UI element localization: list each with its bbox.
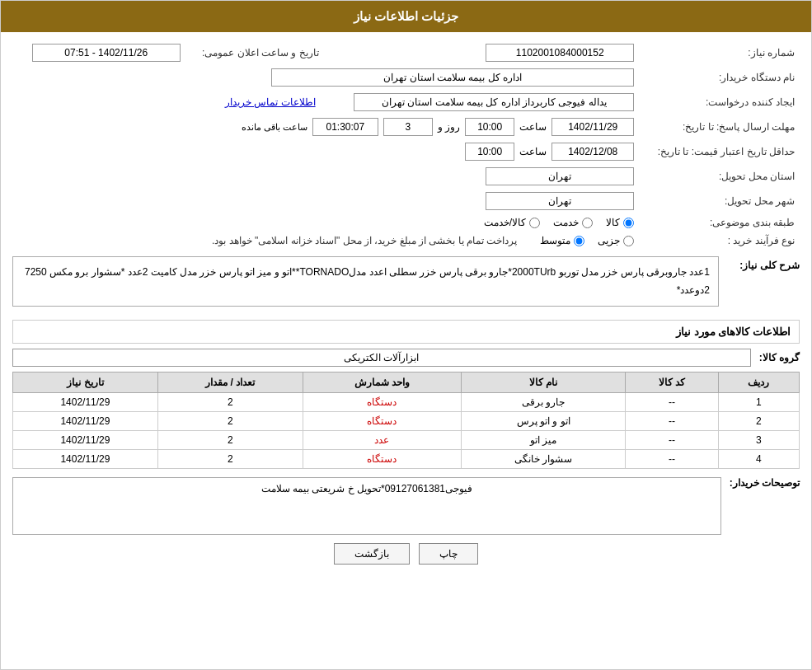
mohlat-rooz: 3 bbox=[383, 118, 433, 136]
tabaghe-kalakhedmat-radio[interactable] bbox=[529, 218, 540, 228]
noefarayand-motavasset-radio[interactable] bbox=[574, 236, 584, 246]
ijadKonande-label: ایجاد کننده درخواست: bbox=[639, 90, 800, 115]
page-title: جزئیات اطلاعات نیاز bbox=[1, 1, 811, 32]
tabaghe-kalakhedmat-label: کالا/خدمت bbox=[484, 217, 526, 228]
ostan-value: تهران bbox=[486, 167, 634, 185]
hadaghal-label: حداقل تاریخ اعتبار قیمت: تا تاریخ: bbox=[639, 139, 800, 164]
tosaif-value: فیوجی09127061381*تحویل خ شریعتی بیمه سلا… bbox=[12, 477, 721, 535]
namDastgah-label: نام دستگاه خریدار: bbox=[639, 65, 800, 90]
kalaha-section-title: اطلاعات کالاهای مورد نیاز bbox=[12, 320, 800, 344]
chap-button[interactable]: چاپ bbox=[419, 543, 478, 565]
tabaghe-kalakhedmat-option[interactable]: کالا/خدمت bbox=[484, 217, 540, 228]
mohlat-time-label: ساعت bbox=[519, 121, 547, 133]
namDastgah-value: اداره کل بیمه سلامت استان تهران bbox=[271, 68, 634, 87]
buttons-row: چاپ بازگشت bbox=[12, 543, 800, 565]
table-row: 2--اتو و اتو پرسدستگاه21402/11/29 bbox=[13, 412, 800, 431]
noefarayand-jozii-option[interactable]: جزیی bbox=[598, 235, 634, 246]
sharh-text: 1عدد جاروبرقی پارس خزر مدل توربو 2000TUr… bbox=[12, 256, 719, 307]
hadaghal-time-label: ساعت bbox=[519, 146, 547, 157]
noefarayand-jozii-radio[interactable] bbox=[623, 236, 634, 246]
tabaghe-khedmat-radio[interactable] bbox=[582, 218, 593, 228]
tosaif-label: توصیحات خریدار: bbox=[730, 477, 800, 489]
tabaghe-kala-radio[interactable] bbox=[623, 218, 634, 228]
mohlat-remaining: 01:30:07 bbox=[312, 118, 378, 136]
shomareNiaz-value: 1102001084000152 bbox=[486, 44, 634, 62]
sharh-label: شرح کلی نیاز: bbox=[725, 256, 800, 271]
table-row: 1--جارو برقیدستگاه21402/11/29 bbox=[13, 393, 800, 412]
mohlat-rooz-label: روز و bbox=[438, 121, 460, 133]
ostan-label: استان محل تحویل: bbox=[639, 164, 800, 189]
noefarayand-jozii-label: جزیی bbox=[598, 235, 620, 246]
col-tarikh: تاریخ نیاز bbox=[13, 372, 158, 393]
mohlat-label: مهلت ارسال پاسخ: تا تاریخ: bbox=[639, 115, 800, 139]
noefarayand-label: نوع فرآیند خرید : bbox=[639, 232, 800, 250]
tarikh-elan-label: تاریخ و ساعت اعلان عمومی: bbox=[185, 40, 324, 65]
hadaghal-time: 10:00 bbox=[465, 143, 514, 161]
shomareNiaz-label: شماره نیاز: bbox=[639, 40, 800, 65]
tabaghe-label: طبقه بندی موضوعی: bbox=[639, 213, 800, 232]
tarikh-elan-value: 1402/11/26 - 07:51 bbox=[32, 44, 181, 62]
kalaha-group-value: ابزارآلات الکتریکی bbox=[12, 349, 751, 367]
mohlat-date: 1402/11/29 bbox=[552, 118, 634, 136]
hadaghal-date: 1402/12/08 bbox=[552, 143, 634, 161]
noefarayand-note: پرداخت تمام یا بخشی از مبلغ خرید، از محل… bbox=[212, 235, 517, 246]
table-row: 3--میز اتوعدد21402/11/29 bbox=[13, 431, 800, 450]
mohlat-time: 10:00 bbox=[465, 118, 514, 136]
col-name: نام کالا bbox=[462, 372, 626, 393]
shahr-label: شهر محل تحویل: bbox=[639, 189, 800, 213]
table-row: 4--سشوار خانگیدستگاه21402/11/29 bbox=[13, 450, 800, 469]
noefarayand-motavasset-label: متوسط bbox=[540, 235, 570, 246]
kalaha-group-label: گروه کالا: bbox=[759, 352, 800, 363]
noefarayand-motavasset-option[interactable]: متوسط bbox=[540, 235, 584, 246]
col-tedad: تعداد / مقدار bbox=[157, 372, 303, 393]
ijadKonande-value: یداله فیوجی کاربرداز اداره کل بیمه سلامت… bbox=[354, 93, 634, 111]
bazgasht-button[interactable]: بازگشت bbox=[334, 543, 410, 565]
shahr-value: تهران bbox=[486, 192, 634, 210]
etelaatTamas-link[interactable]: اطلاعات تماس خریدار bbox=[225, 96, 316, 108]
mohlat-remaining-label: ساعت باقی مانده bbox=[242, 122, 307, 133]
tabaghe-khedmat-option[interactable]: خدمت bbox=[553, 217, 593, 228]
col-vahed: واحد شمارش bbox=[303, 372, 461, 393]
tabaghe-khedmat-label: خدمت bbox=[553, 217, 579, 228]
kalaha-table: ردیف کد کالا نام کالا واحد شمارش تعداد /… bbox=[12, 372, 800, 469]
col-radif: ردیف bbox=[718, 372, 799, 393]
tabaghe-kala-label: کالا bbox=[606, 217, 620, 228]
tabaghe-kala-option[interactable]: کالا bbox=[606, 217, 634, 228]
col-kod: کد کالا bbox=[626, 372, 719, 393]
